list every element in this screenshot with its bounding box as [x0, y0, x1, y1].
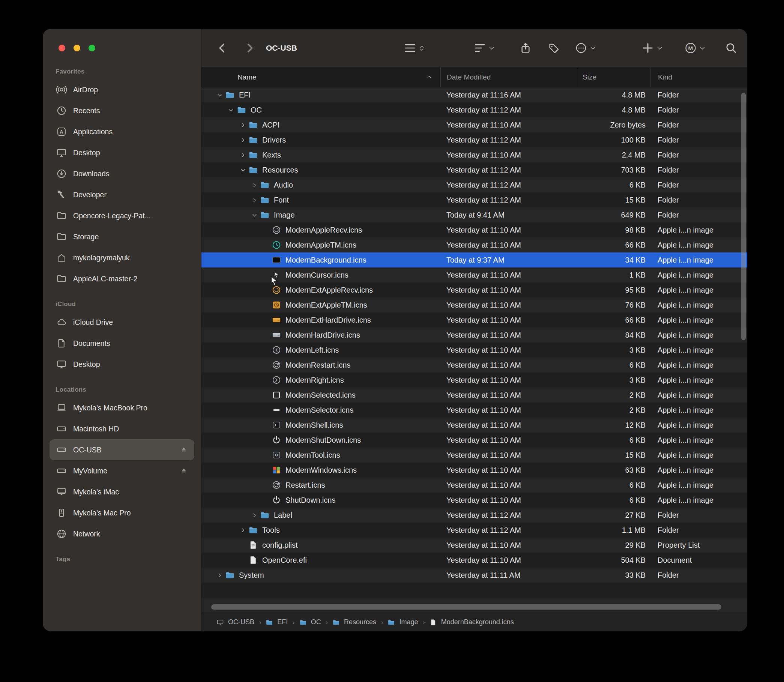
- disclosure-chevron[interactable]: [215, 92, 224, 98]
- path-item[interactable]: EFI: [266, 618, 288, 626]
- group-button[interactable]: [474, 29, 495, 67]
- sidebar-item-applications[interactable]: AApplications: [49, 121, 194, 142]
- file-row[interactable]: EFIYesterday at 11:16 AM4.8 MBFolder: [201, 88, 747, 102]
- file-row[interactable]: KextsYesterday at 11:10 AM2.4 MBFolder: [201, 147, 747, 163]
- file-row[interactable]: ModernLeft.icnsYesterday at 11:10 AM3 KB…: [201, 343, 747, 357]
- disclosure-chevron[interactable]: [238, 152, 247, 158]
- file-row[interactable]: ModernHardDrive.icnsYesterday at 11:10 A…: [201, 328, 747, 343]
- sidebar-item-desktop[interactable]: Desktop: [49, 354, 194, 375]
- vertical-scrollbar[interactable]: [741, 92, 746, 340]
- disclosure-chevron[interactable]: [250, 212, 259, 218]
- file-name: ModernRestart.icns: [285, 361, 351, 370]
- file-row[interactable]: ModernSelector.icnsYesterday at 11:10 AM…: [201, 403, 747, 417]
- file-row[interactable]: ModernTool.icnsYesterday at 11:10 AM15 K…: [201, 448, 747, 462]
- disclosure-chevron[interactable]: [250, 197, 259, 203]
- disclosure-chevron[interactable]: [215, 572, 224, 578]
- add-button[interactable]: [642, 29, 663, 67]
- sidebar-item-icloud-drive[interactable]: iCloud Drive: [49, 312, 194, 333]
- sidebar-item-applealc-master-2[interactable]: AppleALC-master-2: [49, 268, 194, 289]
- file-size: 3 KB: [577, 376, 650, 384]
- sidebar-item-desktop[interactable]: Desktop: [49, 142, 194, 163]
- file-row[interactable]: ModernWindows.icnsYesterday at 11:10 AM6…: [201, 462, 747, 478]
- tag-button[interactable]: [548, 29, 560, 67]
- file-row[interactable]: ModernRestart.icnsYesterday at 11:10 AM6…: [201, 357, 747, 373]
- file-row[interactable]: ModernExtHardDrive.icnsYesterday at 11:1…: [201, 312, 747, 328]
- file-row[interactable]: ShutDown.icnsYesterday at 11:10 AM6 KBAp…: [201, 492, 747, 508]
- sidebar-item-mykolagrymalyuk[interactable]: mykolagrymalyuk: [49, 247, 194, 268]
- disclosure-chevron[interactable]: [250, 512, 259, 518]
- file-row[interactable]: ModernShell.icnsYesterday at 11:10 AM12 …: [201, 417, 747, 433]
- finder-window: FavoritesAirDropRecentsAApplicationsDesk…: [43, 29, 747, 631]
- file-row[interactable]: LabelYesterday at 11:12 AM27 KBFolder: [201, 508, 747, 523]
- restart-icon: [271, 480, 282, 490]
- minimize-window-button[interactable]: [73, 45, 80, 51]
- sidebar-item-airdrop[interactable]: AirDrop: [49, 79, 194, 100]
- file-row[interactable]: ResourcesYesterday at 11:12 AM703 KBFold…: [201, 163, 747, 177]
- sidebar-item-network[interactable]: Network: [49, 523, 194, 544]
- path-item[interactable]: OC-USB: [217, 618, 254, 626]
- file-row[interactable]: ModernRight.icnsYesterday at 11:10 AM3 K…: [201, 373, 747, 387]
- file-row[interactable]: ModernExtAppleRecv.icnsYesterday at 11:1…: [201, 282, 747, 298]
- eject-icon[interactable]: [180, 466, 189, 475]
- eject-icon[interactable]: [180, 445, 189, 454]
- sidebar-item-myvolume[interactable]: MyVolume: [49, 460, 194, 481]
- sidebar-item-storage[interactable]: Storage: [49, 226, 194, 247]
- file-row[interactable]: ModernShutDown.icnsYesterday at 11:10 AM…: [201, 433, 747, 448]
- forward-button[interactable]: [244, 29, 255, 67]
- share-button[interactable]: [519, 29, 532, 67]
- file-row[interactable]: OpenCore.efiYesterday at 11:10 AM504 KBD…: [201, 553, 747, 567]
- disclosure-chevron[interactable]: [238, 122, 247, 128]
- account-button[interactable]: M: [685, 29, 706, 67]
- column-header-size[interactable]: Size: [577, 67, 650, 87]
- sidebar-item-mykola-s-mac-pro[interactable]: Mykola’s Mac Pro: [49, 502, 194, 523]
- file-row[interactable]: config.plistYesterday at 11:10 AM29 KBPr…: [201, 538, 747, 553]
- more-button[interactable]: [575, 29, 596, 67]
- disclosure-chevron[interactable]: [238, 167, 247, 173]
- path-item[interactable]: OC: [300, 618, 321, 626]
- file-name-cell: ModernRight.icns: [201, 375, 440, 385]
- sidebar-item-downloads[interactable]: Downloads: [49, 163, 194, 184]
- disclosure-chevron[interactable]: [238, 137, 247, 143]
- column-header-kind[interactable]: Kind: [650, 67, 747, 87]
- file-row[interactable]: ModernExtAppleTM.icnsYesterday at 11:10 …: [201, 298, 747, 312]
- path-item[interactable]: ModernBackground.icns: [430, 618, 514, 626]
- sidebar-item-mykola-s-macbook-pro[interactable]: Mykola’s MacBook Pro: [49, 397, 194, 418]
- sidebar-item-documents[interactable]: Documents: [49, 333, 194, 354]
- sidebar-item-opencore-legacy-pat-[interactable]: Opencore-Legacy-Pat...: [49, 205, 194, 226]
- file-size: 15 KB: [577, 196, 650, 204]
- back-button[interactable]: [217, 29, 228, 67]
- sidebar-item-label: Applications: [73, 127, 189, 136]
- disclosure-chevron[interactable]: [238, 527, 247, 533]
- search-button[interactable]: [725, 29, 737, 67]
- file-row[interactable]: ModernBackground.icnsToday at 9:37 AM34 …: [201, 252, 747, 268]
- disclosure-chevron[interactable]: [226, 107, 236, 113]
- file-row[interactable]: AudioYesterday at 11:12 AM6 KBFolder: [201, 177, 747, 193]
- file-row[interactable]: ImageToday at 9:41 AM649 KBFolder: [201, 207, 747, 223]
- close-window-button[interactable]: [59, 45, 65, 51]
- path-item[interactable]: Image: [387, 618, 418, 626]
- file-row[interactable]: OCYesterday at 11:12 AM4.8 MBFolder: [201, 102, 747, 118]
- path-item[interactable]: Resources: [332, 618, 376, 626]
- sidebar-item-recents[interactable]: Recents: [49, 100, 194, 121]
- column-header-date-modified[interactable]: Date Modified: [440, 67, 577, 87]
- horizontal-scrollbar[interactable]: [211, 604, 721, 610]
- file-row[interactable]: Restart.icnsYesterday at 11:10 AM6 KBApp…: [201, 478, 747, 492]
- sidebar-item-macintosh-hd[interactable]: Macintosh HD: [49, 418, 194, 439]
- file-row[interactable]: ModernAppleRecv.icnsYesterday at 11:10 A…: [201, 223, 747, 237]
- view-button[interactable]: [404, 29, 425, 67]
- file-row[interactable]: ACPIYesterday at 11:10 AMZero bytesFolde…: [201, 118, 747, 132]
- file-row[interactable]: ModernSelected.icnsYesterday at 11:10 AM…: [201, 387, 747, 403]
- column-header-name[interactable]: Name: [201, 67, 440, 87]
- file-row[interactable]: FontYesterday at 11:12 AM15 KBFolder: [201, 193, 747, 207]
- sidebar-item-mykola-s-imac[interactable]: Mykola’s iMac: [49, 481, 194, 502]
- file-kind: Apple i...n image: [650, 466, 747, 475]
- sidebar-item-oc-usb[interactable]: OC-USB: [49, 439, 194, 460]
- file-row[interactable]: SystemYesterday at 11:11 AM33 KBFolder: [201, 567, 747, 583]
- file-row[interactable]: ToolsYesterday at 11:12 AM1.1 MBFolder: [201, 523, 747, 538]
- zoom-window-button[interactable]: [89, 45, 95, 51]
- file-row[interactable]: ModernCursor.icnsYesterday at 11:10 AM1 …: [201, 268, 747, 282]
- file-row[interactable]: ModernAppleTM.icnsYesterday at 11:10 AM6…: [201, 237, 747, 252]
- disclosure-chevron[interactable]: [250, 182, 259, 188]
- file-row[interactable]: DriversYesterday at 11:12 AM100 KBFolder: [201, 132, 747, 147]
- sidebar-item-developer[interactable]: Developer: [49, 184, 194, 205]
